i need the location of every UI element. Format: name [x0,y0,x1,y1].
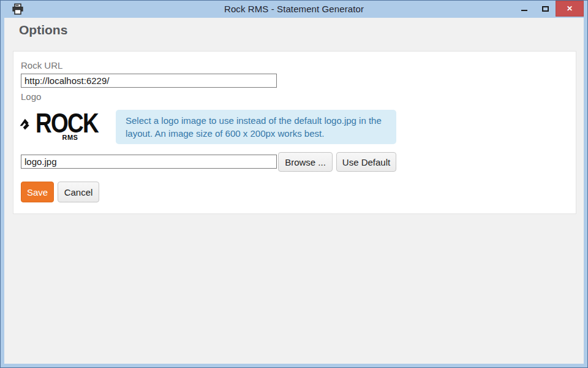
maximize-icon [542,6,549,12]
cancel-button[interactable]: Cancel [58,182,99,202]
logo-filename-input[interactable] [21,155,277,169]
window-controls: ✕ [514,1,584,17]
save-button-label: Save [27,187,48,197]
logo-info-line-1: Select a logo image to use instead of th… [126,114,396,127]
rock-url-label: Rock URL [21,60,62,71]
options-panel: Rock URL Logo ROCK RMS Select a logo ima… [13,51,576,214]
logo-label: Logo [21,91,41,102]
rock-logo-wordmark: ROCK RMS [36,105,112,142]
minimize-button[interactable] [514,1,535,17]
titlebar: Rock RMS - Statement Generator ✕ [1,1,587,18]
cancel-button-label: Cancel [64,187,93,197]
browse-button[interactable]: Browse ... [278,152,333,172]
use-default-button-label: Use Default [342,157,390,167]
rock-logo-mark-icon [20,105,34,143]
use-default-button[interactable]: Use Default [336,152,396,172]
page-title: Options [19,23,67,37]
rock-url-input[interactable] [21,74,277,88]
logo-info-box: Select a logo image to use instead of th… [116,110,396,144]
logo-preview: ROCK RMS [20,104,111,144]
window-title: Rock RMS - Statement Generator [1,1,587,18]
logo-info-line-2: layout. An image size of 600 x 200px wor… [126,127,396,140]
content-area: Options Rock URL Logo ROCK RMS Select a … [4,18,584,364]
close-icon: ✕ [567,4,573,13]
rock-logo-sub-text: RMS [62,134,78,141]
browse-button-label: Browse ... [285,157,326,167]
app-window: Rock RMS - Statement Generator ✕ Options… [0,0,588,368]
close-button[interactable]: ✕ [556,1,584,17]
save-button[interactable]: Save [21,182,54,202]
maximize-button[interactable] [535,1,556,17]
minimize-icon [521,10,527,11]
